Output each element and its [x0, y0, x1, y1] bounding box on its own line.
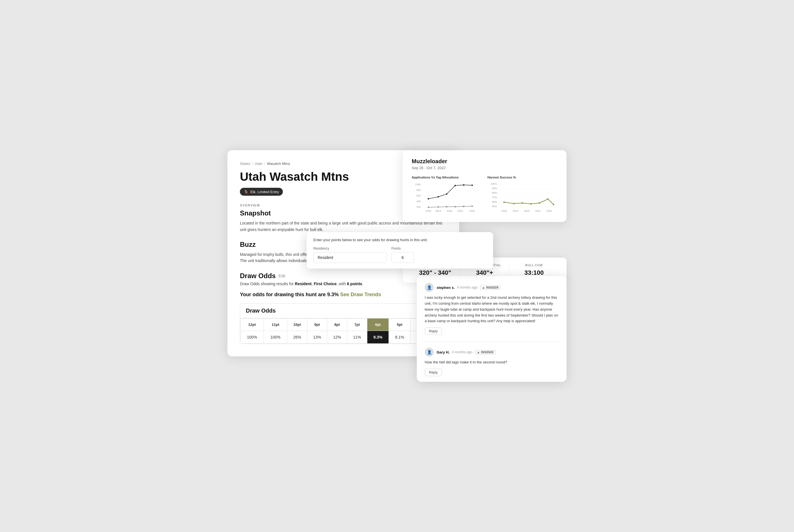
apps-chart-label: Applications Vs Tag Allocations	[412, 176, 482, 179]
svg-text:70%: 70%	[492, 196, 497, 199]
comment-time-2: 4 months ago	[452, 350, 473, 354]
svg-point-44	[547, 198, 549, 200]
svg-text:2021: 2021	[458, 210, 463, 212]
svg-text:600: 600	[417, 194, 421, 197]
draw-inputs-card: Enter your points below to see your odds…	[307, 232, 493, 268]
col-10pt: 10pt	[287, 318, 307, 331]
apps-chart-svg: 1000 800 600 400 200	[412, 181, 482, 215]
col-8pt: 8pt	[327, 318, 347, 331]
col-6pt: 6pt	[367, 318, 389, 331]
comments-card: 👤 stephen s. 4 months ago ▲ INSIDER I wa…	[417, 276, 567, 382]
tag-badge: 🦌 Elk, Limited Entry	[240, 188, 283, 196]
breadcrumb-utah[interactable]: Utah	[255, 162, 262, 166]
svg-text:2019: 2019	[513, 210, 518, 212]
svg-point-18	[446, 206, 447, 208]
breadcrumb-states[interactable]: States	[240, 162, 250, 166]
commenter-name-1: stephen s.	[437, 285, 455, 290]
val-12: 12%	[327, 331, 347, 343]
insider-icon-1: ▲	[482, 286, 485, 289]
odds-headline: Your odds for drawing this hunt are 9.3%…	[240, 292, 447, 298]
muzzle-dates: Sep 26 - Oct 7, 2022	[412, 166, 557, 170]
draw-table-container: Draw Odds Close ▲ 12pt 11pt 10pt 9pt 8pt…	[240, 303, 447, 344]
reply-button-2[interactable]: Reply	[425, 369, 442, 376]
svg-point-43	[539, 203, 540, 204]
bull-cow-label: BULL:COW	[514, 264, 554, 267]
points-label: Points	[391, 247, 414, 250]
val-26: 26%	[287, 331, 307, 343]
edit-link[interactable]: Edit	[279, 273, 285, 278]
avatar-gary: 👤	[425, 348, 434, 357]
svg-point-13	[455, 185, 456, 186]
muzzle-title: Muzzleloader	[412, 158, 557, 165]
commenter-name-2: Gary H.	[437, 350, 449, 355]
svg-point-17	[438, 206, 439, 208]
comment-text-2: How the hell did tags make it to the sec…	[425, 359, 559, 365]
breadcrumb-sep1: /	[252, 162, 253, 166]
svg-text:2018: 2018	[426, 210, 431, 212]
muzzleloader-card: Muzzleloader Sep 26 - Oct 7, 2022 Applic…	[403, 150, 567, 222]
apps-chart-block: Applications Vs Tag Allocations 1000 800…	[412, 176, 482, 215]
col-9pt: 9pt	[307, 318, 327, 331]
col-5pt: 5pt	[389, 318, 410, 331]
comment-meta-1: stephen s. 4 months ago ▲ INSIDER	[437, 285, 501, 290]
points-input[interactable]	[391, 252, 414, 263]
svg-text:2019: 2019	[436, 210, 441, 212]
svg-text:400: 400	[417, 200, 421, 203]
svg-point-42	[530, 203, 532, 205]
svg-point-12	[446, 193, 447, 195]
val-100-1: 100%	[240, 331, 264, 343]
svg-text:1000: 1000	[415, 183, 421, 186]
svg-point-11	[438, 196, 439, 198]
svg-text:2021: 2021	[535, 210, 541, 212]
charts-row: Applications Vs Tag Allocations 1000 800…	[412, 176, 557, 215]
breadcrumb-sep2: /	[264, 162, 265, 166]
svg-text:80%: 80%	[492, 191, 497, 194]
svg-text:2020: 2020	[524, 210, 530, 212]
apps-chart-area: 1000 800 600 400 200	[412, 181, 482, 215]
svg-point-16	[428, 207, 429, 208]
residency-select[interactable]: Resident Non-Resident	[313, 252, 387, 263]
comment-meta-2: Gary H. 4 months ago ▲ INSIDER	[437, 350, 496, 355]
badge-label: Elk, Limited Entry	[250, 190, 279, 194]
trophy-value: 340"+	[464, 269, 505, 277]
avg-quality-value: 320" - 340"	[415, 269, 455, 277]
col-11pt: 11pt	[264, 318, 287, 331]
col-12pt: 12pt	[240, 318, 264, 331]
svg-text:2020: 2020	[447, 210, 453, 212]
svg-text:800: 800	[417, 189, 421, 191]
comment-divider	[425, 342, 559, 342]
insider-badge-2: ▲ INSIDER	[475, 350, 496, 355]
val-13: 13%	[307, 331, 327, 343]
avatar-stephen: 👤	[425, 283, 434, 292]
bull-cow-stat: BULL:COW 33:100	[510, 264, 559, 277]
comment-header-1: 👤 stephen s. 4 months ago ▲ INSIDER	[425, 283, 559, 292]
svg-point-21	[472, 206, 473, 207]
harvest-chart-area: 100% 90% 80% 70% 60% 50%	[487, 181, 557, 215]
col-7pt: 7pt	[347, 318, 367, 331]
harvest-chart-label: Harvest Success %	[487, 176, 557, 179]
residency-group: Residency Resident Non-Resident	[313, 247, 387, 263]
svg-point-20	[463, 206, 464, 207]
reply-button-1[interactable]: Reply	[425, 327, 442, 335]
svg-text:50%: 50%	[492, 205, 497, 208]
val-9-3: 9.3%	[367, 331, 389, 343]
svg-point-45	[553, 204, 554, 205]
svg-point-19	[455, 206, 456, 208]
draw-table-title: Draw Odds	[246, 307, 276, 314]
comment-item-2: 👤 Gary H. 4 months ago ▲ INSIDER How the…	[425, 348, 559, 376]
svg-text:60%: 60%	[492, 201, 497, 203]
see-draw-trends-link[interactable]: See Draw Trends	[340, 292, 381, 297]
insider-badge-1: ▲ INSIDER	[480, 285, 501, 290]
val-100-2: 100%	[264, 331, 287, 343]
svg-point-14	[463, 184, 464, 186]
breadcrumb-current: Wasatch Mtns	[267, 162, 290, 166]
elk-icon: 🦌	[244, 189, 248, 194]
residency-label: Residency	[313, 247, 387, 250]
svg-point-15	[472, 185, 473, 186]
val-11: 11%	[347, 331, 367, 343]
harvest-chart-svg: 100% 90% 80% 70% 60% 50%	[487, 181, 557, 215]
svg-text:100%: 100%	[491, 183, 497, 185]
svg-text:200: 200	[417, 206, 421, 208]
bull-cow-value: 33:100	[514, 269, 554, 277]
comment-header-2: 👤 Gary H. 4 months ago ▲ INSIDER	[425, 348, 559, 357]
